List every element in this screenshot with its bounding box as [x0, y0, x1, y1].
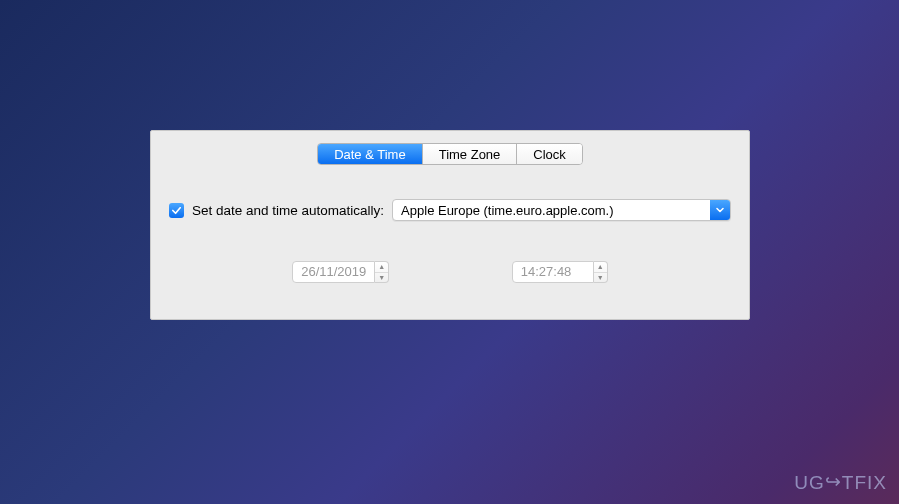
watermark-arrow-icon: ↪: [825, 470, 842, 493]
watermark-prefix: UG: [794, 472, 825, 493]
time-stepper[interactable]: 14:27:48 ▲ ▼: [512, 261, 608, 283]
date-field[interactable]: 26/11/2019: [292, 261, 375, 283]
date-stepper[interactable]: 26/11/2019 ▲ ▼: [292, 261, 389, 283]
chevron-down-icon: ▼: [378, 274, 385, 281]
tab-clock[interactable]: Clock: [517, 144, 582, 164]
time-step-down[interactable]: ▼: [594, 273, 607, 283]
time-step-up[interactable]: ▲: [594, 262, 607, 273]
tab-date-time[interactable]: Date & Time: [318, 144, 423, 164]
chevron-up-icon: ▲: [378, 263, 385, 270]
datetime-inputs-row: 26/11/2019 ▲ ▼ 14:27:48 ▲ ▼: [151, 261, 749, 283]
date-stepper-buttons: ▲ ▼: [375, 261, 389, 283]
time-stepper-buttons: ▲ ▼: [594, 261, 608, 283]
date-time-preferences-panel: Date & Time Time Zone Clock Set date and…: [150, 130, 750, 320]
time-server-value: Apple Europe (time.euro.apple.com.): [393, 200, 710, 220]
chevron-up-icon: ▲: [597, 263, 604, 270]
chevron-down-icon: [715, 205, 725, 215]
tab-group: Date & Time Time Zone Clock: [317, 143, 583, 165]
tab-time-zone[interactable]: Time Zone: [423, 144, 518, 164]
auto-checkbox[interactable]: [169, 203, 184, 218]
checkmark-icon: [171, 205, 182, 216]
watermark: UG↪TFIX: [794, 471, 887, 494]
watermark-suffix: TFIX: [842, 472, 887, 493]
tabs-container: Date & Time Time Zone Clock: [151, 143, 749, 165]
date-step-up[interactable]: ▲: [375, 262, 388, 273]
chevron-down-icon: ▼: [597, 274, 604, 281]
time-field[interactable]: 14:27:48: [512, 261, 594, 283]
auto-row: Set date and time automatically: Apple E…: [151, 199, 749, 221]
auto-label: Set date and time automatically:: [192, 203, 384, 218]
date-step-down[interactable]: ▼: [375, 273, 388, 283]
combo-arrow-button[interactable]: [710, 200, 730, 220]
time-server-combo[interactable]: Apple Europe (time.euro.apple.com.): [392, 199, 731, 221]
